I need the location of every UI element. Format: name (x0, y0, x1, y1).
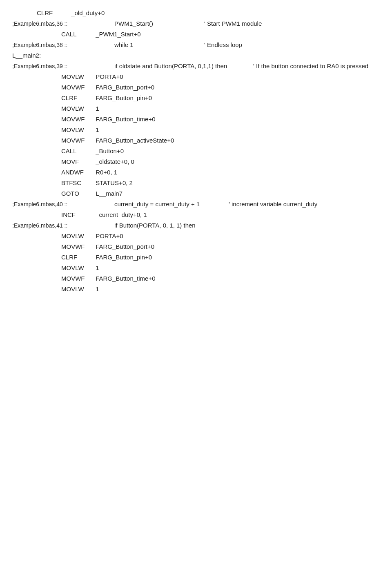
operand-example41: if Button(PORTA, 0, 1, 1) then (98, 221, 196, 230)
line-movwf-farg-time1: MOVWF FARG_Button_time+0 (12, 114, 380, 124)
line-example38: ;Example6.mbas,38 :: while 1 ' Endless l… (12, 40, 380, 50)
comment-example36: ' Start PWM1 module (180, 19, 262, 29)
instruction-andwf-r0: ANDWF R0+0, 1 (12, 167, 117, 177)
code-block: CLRF _old_duty+0 ;Example6.mbas,36 :: PW… (12, 8, 380, 294)
line-andwf-r0: ANDWF R0+0, 1 (12, 167, 380, 177)
instruction-clrf-old: CLRF _old_duty+0 (12, 8, 105, 18)
instruction-incf-current-duty: INCF _current_duty+0, 1 (12, 210, 147, 220)
instruction-movf-oldstate: MOVF _oldstate+0, 0 (12, 157, 134, 167)
label-example40: ;Example6.mbas,40 :: (12, 200, 98, 209)
line-clrf-old: CLRF _old_duty+0 (12, 8, 380, 18)
line-movlw-1b: MOVLW 1 (12, 125, 380, 135)
line-clrf-farg-pin1: CLRF FARG_Button_pin+0 (12, 93, 380, 103)
line-example39: ;Example6.mbas,39 :: if oldstate and But… (12, 61, 380, 71)
comment-example38: ' Endless loop (172, 40, 242, 50)
line-goto-lmain7: GOTO L__main7 (12, 189, 380, 199)
line-incf-current-duty: INCF _current_duty+0, 1 (12, 210, 380, 220)
instruction-movlw-1d: MOVLW 1 (12, 284, 99, 294)
instruction-clrf-farg-pin1: CLRF FARG_Button_pin+0 (12, 93, 152, 103)
line-movwf-farg-time2: MOVWF FARG_Button_time+0 (12, 274, 380, 284)
line-movlw-porta2: MOVLW PORTA+0 (12, 231, 380, 241)
label-example38: ;Example6.mbas,38 :: (12, 40, 98, 49)
line-example40: ;Example6.mbas,40 :: current_duty = curr… (12, 199, 380, 209)
label-lmain2: L__main2: (12, 51, 41, 60)
line-example41: ;Example6.mbas,41 :: if Button(PORTA, 0,… (12, 221, 380, 230)
instruction-movwf-farg-time1: MOVWF FARG_Button_time+0 (12, 114, 156, 124)
instruction-movwf-farg-time2: MOVWF FARG_Button_time+0 (12, 274, 156, 284)
line-movwf-farg-port1: MOVWF FARG_Button_port+0 (12, 83, 380, 92)
label-example39: ;Example6.mbas,39 :: (12, 62, 98, 71)
line-movlw-1d: MOVLW 1 (12, 284, 380, 294)
line-movlw-porta1: MOVLW PORTA+0 (12, 72, 380, 82)
line-call-button1: CALL _Button+0 (12, 146, 380, 156)
instruction-movlw-porta2: MOVLW PORTA+0 (12, 231, 123, 241)
label-example36: ;Example6.mbas,36 :: (12, 19, 98, 28)
label-example41: ;Example6.mbas,41 :: (12, 221, 98, 230)
instruction-call-pwm1: CALL _PWM1_Start+0 (12, 29, 141, 39)
line-movlw-1a: MOVLW 1 (12, 104, 380, 114)
operand-example36: PWM1_Start() (98, 19, 180, 29)
comment-example40: ' increment variable current_duty (212, 199, 317, 209)
instruction-clrf-farg-pin2: CLRF FARG_Button_pin+0 (12, 252, 152, 262)
line-movwf-farg-active1: MOVWF FARG_Button_activeState+0 (12, 136, 380, 145)
comment-example39: ' If the button connected to RA0 is pres… (237, 61, 368, 71)
instruction-movlw-1b: MOVLW 1 (12, 125, 99, 135)
operand-example39: if oldstate and Button(PORTA, 0,1,1) the… (98, 61, 237, 71)
line-movwf-farg-port2: MOVWF FARG_Button_port+0 (12, 242, 380, 252)
instruction-btfsc-status: BTFSC STATUS+0, 2 (12, 178, 133, 188)
line-clrf-farg-pin2: CLRF FARG_Button_pin+0 (12, 252, 380, 262)
instruction-goto-lmain7: GOTO L__main7 (12, 189, 122, 199)
instruction-movlw-1c: MOVLW 1 (12, 263, 99, 273)
instruction-movlw-porta1: MOVLW PORTA+0 (12, 72, 123, 82)
instruction-movwf-farg-port2: MOVWF FARG_Button_port+0 (12, 242, 154, 252)
instruction-movlw-1a: MOVLW 1 (12, 104, 99, 114)
instruction-movwf-farg-active1: MOVWF FARG_Button_activeState+0 (12, 136, 174, 145)
line-example36: ;Example6.mbas,36 :: PWM1_Start() ' Star… (12, 19, 380, 29)
line-movlw-1c: MOVLW 1 (12, 263, 380, 273)
instruction-call-button1: CALL _Button+0 (12, 146, 124, 156)
line-call-pwm1: CALL _PWM1_Start+0 (12, 29, 380, 39)
operand-example38: while 1 (98, 40, 172, 50)
operand-example40: current_duty = current_duty + 1 (98, 199, 212, 209)
line-movf-oldstate: MOVF _oldstate+0, 0 (12, 157, 380, 167)
instruction-movwf-farg-port1: MOVWF FARG_Button_port+0 (12, 83, 154, 92)
line-lmain2: L__main2: (12, 51, 380, 60)
line-btfsc-status: BTFSC STATUS+0, 2 (12, 178, 380, 188)
